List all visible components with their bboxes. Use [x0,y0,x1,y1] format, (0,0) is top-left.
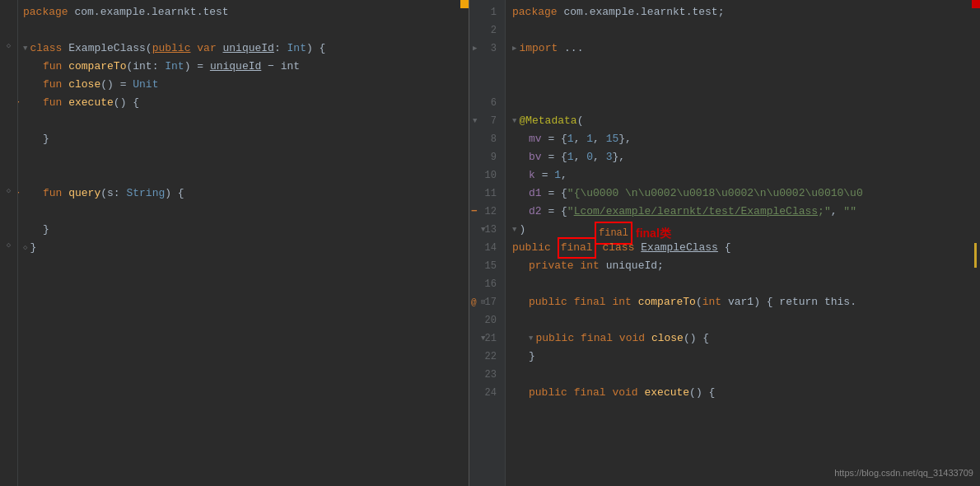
fold-metadata-inline: ▼ [512,112,516,130]
gutter-line-15: 15 [469,257,500,275]
right-line-22: } [512,348,973,366]
right-line-6 [512,94,973,112]
gutter-line-9: 9 [469,148,500,166]
right-line-13: ▼ ) final final类 [512,221,973,239]
right-line-8: mv = { 1 , 1 , 15 }, [512,130,973,148]
code-line-query: fun query (s: String ) { − [23,185,462,203]
gutter-line-11: 11 [469,185,500,203]
gutter-line-12: − 12 [469,203,500,221]
code-line-empty2 [23,112,462,130]
right-line-24: public final void execute () { [512,384,973,402]
right-top-indicator [972,0,980,8]
fold-icon-13: ▼ [481,221,485,239]
watermark: https://blog.csdn.net/qq_31433709 [834,468,973,478]
gutter-line-16: 16 [469,275,500,293]
right-line-2 [512,21,973,40]
right-line-5 [512,76,973,94]
main-container: ◇ ◇ ◇ [0,0,980,486]
code-line-empty5 [23,203,462,221]
code-line-package-left: package com.example.learnkt.test [23,3,462,21]
right-line-17: public final int compareTo ( int var1) {… [512,293,973,311]
fold-icon-close: ◇ [7,241,11,250]
final-keyword-box: final [558,237,596,259]
at-icon-17: @ [471,293,477,311]
gutter-icon-query: ◇ [0,181,17,199]
minus-marker-execute: − [18,94,20,112]
gutter-line-3: ▶ 3 [469,40,500,58]
fold-21-inline: ▼ [529,329,533,348]
fold-icon-21: ▼ [481,329,485,348]
gutter-line-23: 23 [469,366,500,384]
minus-marker-12: − [471,203,478,221]
left-breakpoint-gutter: ◇ ◇ ◇ [0,0,18,486]
gutter-line-5 [469,76,500,94]
code-line-execute: fun execute () { − [23,94,462,112]
code-line-close-brace2: } [23,221,462,239]
gutter-line-20: 20 [469,311,500,329]
right-line-9: bv = { 1 , 0 , 3 }, [512,148,973,166]
code-line-close: fun close () = Unit [23,76,462,94]
fold-import-inline: ▶ [512,40,516,58]
code-line-empty4 [23,166,462,185]
right-line-15: private int uniqueId; [512,257,973,275]
fold-13-inline: ▼ [512,221,516,239]
right-scroll-indicator [974,243,977,268]
gutter-line-1: 1 [469,3,500,21]
right-line-11: d1 = { "{\u0000 \n\u0002\u0018\u0002\n\u… [512,185,973,203]
right-line-20 [512,311,973,329]
right-line-gutter: 1 2 ▶ 3 6 ▼ 7 8 9 10 11 − 12 [469,0,506,486]
left-editor-panel: ◇ ◇ ◇ [0,0,469,486]
gutter-line-6: 6 [469,94,500,112]
right-line-16 [512,275,973,293]
right-line-package: package com.example.learnkt.test; [512,3,973,21]
right-editor-panel: 1 2 ▶ 3 6 ▼ 7 8 9 10 11 − 12 [469,0,980,486]
gutter-line-13: ▼ 13 [469,221,500,239]
left-top-indicator [460,0,469,8]
gutter-line-4 [469,58,500,76]
right-line-4 [512,58,973,76]
right-line-14: public final class ExampleClass { [512,239,973,257]
gutter-line-8: 8 [469,130,500,148]
right-line-21: ▼ public final void close () { [512,329,973,348]
gutter-line-10: 10 [469,166,500,185]
code-line-class-close: ◇ } [23,239,462,257]
expand-icon-17: ⊞ [481,293,485,311]
right-code-content: package com.example.learnkt.test; ▶ impo… [506,0,980,486]
left-code-content: package com.example.learnkt.test ▼ class… [18,0,469,486]
minus-marker-query: − [18,185,20,203]
fold-icon-import: ▶ [473,40,477,58]
gutter-line-2: 2 [469,21,500,40]
right-line-23 [512,366,973,384]
gutter-line-7: ▼ 7 [469,112,500,130]
gutter-line-17: @ ⊞ 17 [469,293,500,311]
gutter-icon-close: ◇ [0,236,17,254]
gutter-line-14: 14 [469,239,500,257]
code-line-class: ▼ class ExampleClass( public var uniqueI… [23,40,462,58]
right-line-import: ▶ import ... [512,40,973,58]
fold-icon-query: ◇ [7,186,11,195]
code-line-empty3 [23,148,462,166]
code-line-close-brace1: } [23,130,462,148]
gutter-icon-line1 [0,0,17,18]
right-line-12: d2 = { "Lcom/example/learnkt/test/Exampl… [512,203,973,221]
gutter-line-24: 24 [469,384,500,402]
right-line-10: k = 1 , [512,166,973,185]
gutter-icon-line2 [0,18,17,36]
code-line-empty1 [23,21,462,40]
code-line-compareto: fun compareTo (int: Int ) = uniqueId − i… [23,58,462,76]
fold-icon-class: ◇ [7,41,11,50]
gutter-line-22: 22 [469,348,500,366]
gutter-icon-class: ◇ [0,36,17,54]
right-line-metadata: ▼ @Metadata ( [512,112,973,130]
fold-icon-metadata: ▼ [473,112,477,130]
gutter-line-21: ▼ 21 [469,329,500,348]
